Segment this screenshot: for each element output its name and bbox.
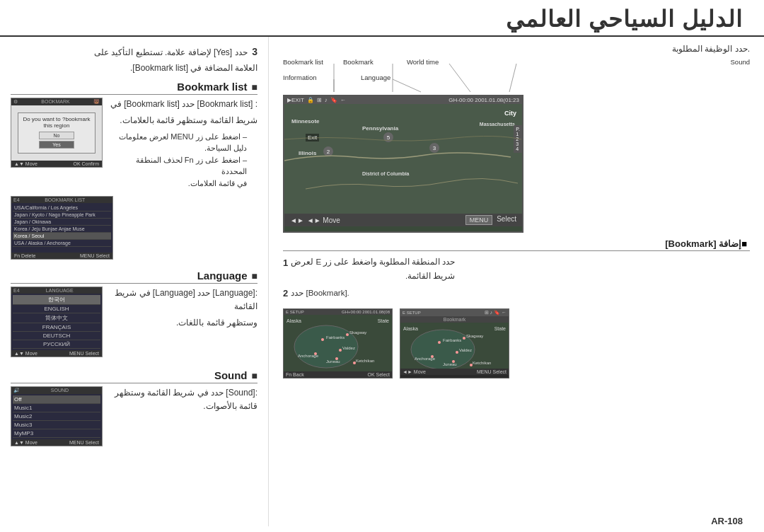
small-map1-toolbar: E SETUP GH+00:00 2001.01.08(08 [284, 309, 392, 315]
lang-list-items: 한국어 ENGLISH 简体中文 FRANÇAIS DEUTSCH РУССКИ… [13, 295, 100, 349]
svg-point-7 [321, 338, 324, 341]
sound-titlebar: 🔊 SOUND [11, 387, 102, 394]
lang-item-korean: 한국어 [13, 295, 100, 305]
bookmark-step1: حدد المنطقة المطلوبة واضغط على زر E لعرض… [283, 255, 750, 283]
small-map1-footer: Fn Back OK Select [284, 371, 392, 378]
small-map2-footer: ◄► Move MENU Select [400, 369, 509, 375]
map-icon: ⊞ [317, 97, 322, 103]
bm-item-1: USA/California / Los Angeles [13, 204, 111, 212]
music-icon: ♪ [325, 97, 328, 103]
nav-labels-container: Bookmark list Bookmark World time Sound … [283, 58, 750, 93]
bookmark-list-bullet: ■ [252, 81, 257, 93]
language-arabic: :[Language] حدد [Language] في شريط القائ… [108, 287, 257, 359]
bm-icon4: ← [502, 310, 507, 316]
sound-content: 🔊 SOUND Off Music1 Music2 Music3 MyMP3 [11, 386, 257, 449]
svg-point-9 [346, 333, 349, 336]
step3-text: 3 حدد [Yes] لإضافة علامة. تستطيع التأكيد… [11, 44, 257, 75]
alaska-map-svg-2: Fairbanks Skagway Valdez Anchorage Junea… [400, 323, 509, 369]
map-time: GH-00:00 2001.01.08(01:23 [448, 97, 519, 103]
dialog-no-btn[interactable]: No [39, 132, 74, 139]
small-map-1: E SETUP GH+00:00 2001.01.08(08 Alaska St… [283, 308, 393, 378]
bookmark-add-heading: إضافة [Bookmark] [665, 238, 741, 249]
dialog-box: Do you want to ?bookmark this region No … [18, 112, 96, 154]
lang-footer: ▲▼ Move MENU Select [11, 350, 102, 357]
bm-icon1: ⊞ [485, 310, 489, 316]
sound-header: Sound ■ [11, 369, 257, 383]
bookmark-dialog-screen: ⚙ BOOKMARK 🐻 Do you want to ?bookmark th… [11, 98, 103, 168]
sound-item-music3: Music3 [13, 421, 100, 429]
sound-item-off: Off [13, 395, 100, 404]
bookmark-list-header: Bookmark list ■ [11, 81, 257, 95]
bm-list-titlebar: E4 BOOKMARK LIST [11, 197, 112, 203]
sound-footer: ▲▼ Move MENU Select [11, 439, 102, 446]
svg-text:Skagway: Skagway [349, 330, 366, 335]
main-content: 3 حدد [Yes] لإضافة علامة. تستطيع التأكيد… [0, 37, 764, 526]
move-arrow-icon: ◄► [290, 216, 304, 224]
bookmark-add-title: إضافة [Bookmark] ■ [283, 238, 750, 251]
sound-body: Off Music1 Music2 Music3 MyMP3 [11, 394, 102, 439]
bookmark-add-bullet: ■ [741, 238, 747, 249]
arrow-icon: ← [340, 97, 346, 103]
svg-line-3 [509, 64, 516, 92]
bookmark-dialog-col: ⚙ BOOKMARK 🐻 Do you want to ?bookmark th… [11, 98, 103, 189]
bm-icon2: ♪ [490, 310, 493, 316]
bm-list-body: USA/California / Los Angeles Japan / Kyo… [11, 203, 112, 253]
nav-labels: Bookmark list Bookmark World time Sound … [283, 58, 750, 93]
bm-item-3: Japan / Okinawa [13, 219, 111, 226]
bm-item-5: Korea / Seoul [13, 233, 111, 240]
left-column: 3 حدد [Yes] لإضافة علامة. تستطيع التأكيد… [0, 37, 269, 526]
step2-number: 2 [283, 286, 288, 301]
bm-item-4: Korea / Jeju Bunjae Anjae Muse [13, 226, 111, 233]
language-title: Language [197, 270, 248, 282]
svg-text:Valdez: Valdez [459, 348, 472, 352]
bookmark-icon: 🔖 [330, 97, 337, 103]
svg-point-11 [339, 349, 342, 352]
sound-screen: 🔊 SOUND Off Music1 Music2 Music3 MyMP3 [11, 386, 103, 446]
sound-item-music2: Music2 [13, 412, 100, 421]
bookmark-list-content: ⚙ BOOKMARK 🐻 Do you want to ?bookmark th… [11, 98, 257, 189]
svg-text:Valdez: Valdez [342, 346, 355, 350]
sound-item-mymp3: MyMP3 [13, 429, 100, 438]
bookmark-dialog-footer: ▲▼ Move OK Confirm [11, 161, 102, 167]
bm-icon3: 🔖 [494, 310, 500, 316]
svg-text:Anchorage: Anchorage [298, 354, 319, 358]
svg-text:Fairbanks: Fairbanks [326, 335, 345, 340]
bookmark-list-title: Bookmark list [177, 81, 247, 93]
page-title: الدليل السياحي العالمي [506, 6, 743, 33]
svg-text:Ketchikan: Ketchikan [473, 361, 491, 365]
bookmark-dialog-titlebar: ⚙ BOOKMARK 🐻 [11, 98, 102, 105]
bookmark-addition-section: إضافة [Bookmark] ■ حدد المنطقة المطلوبة … [283, 238, 750, 301]
sound-bullet: ■ [252, 370, 257, 381]
lang-item-french: FRANÇAIS [13, 323, 100, 332]
svg-point-20 [438, 341, 441, 344]
map-body: City Minnesote Pennsylvania Massachusett… [284, 104, 522, 214]
right-column: .حدد الوظيفة المطلوبة Bookmark list Book… [269, 37, 764, 526]
lang-body: 한국어 ENGLISH 简体中文 FRANÇAIS DEUTSCH РУССКИ… [11, 294, 102, 350]
sound-title: Sound [214, 369, 248, 381]
bookmark-list-section: Bookmark list ■ ⚙ BOOKMARK 🐻 Do you [11, 81, 257, 260]
bookmark-list-screen: E4 BOOKMARK LIST USA/California / Los An… [11, 196, 113, 260]
svg-line-2 [449, 64, 470, 92]
language-section: Language ■ E4 LANGUAGE 한국어 ENGLISH 简体中文 [11, 270, 257, 359]
lang-item-english: ENGLISH [13, 305, 100, 313]
menu-button[interactable]: MENU [465, 215, 493, 225]
lang-item-german: DEUTSCH [13, 332, 100, 340]
bm-item-2: Japan / Kyoto / Nago Pineapple Park [13, 212, 111, 219]
svg-text:Juneau: Juneau [326, 359, 340, 364]
small-map2-toolbar: E SETUP ⊞ ♪ 🔖 ← [400, 309, 509, 316]
small-map2-body: Alaska State Fairbanks Skagway Valdez An… [400, 323, 509, 369]
sound-arabic: :[Sound] حدد في شريط القائمة وستظهر قائم… [108, 386, 257, 449]
language-content: E4 LANGUAGE 한국어 ENGLISH 简体中文 FRANÇAIS DE… [11, 287, 257, 359]
bookmark-dialog-body: Do you want to ?bookmark this region No … [11, 105, 102, 161]
svg-text:Anchorage: Anchorage [415, 357, 436, 361]
step3-number: 3 [252, 46, 257, 57]
exit-icon: ▶EXIT [287, 97, 304, 103]
large-map-screen: ▶EXIT 🔒 ⊞ ♪ 🔖 ← GH-00:00 2001.01.08(01:2… [283, 95, 523, 233]
svg-text:Ketchikan: Ketchikan [356, 359, 374, 363]
dialog-yes-btn[interactable]: Yes [39, 141, 74, 149]
map-roads [284, 104, 522, 214]
svg-text:Skagway: Skagway [466, 334, 483, 338]
label-connectors [283, 58, 750, 93]
small-map-2: E SETUP ⊞ ♪ 🔖 ← Bookmark Alaska State [400, 308, 509, 378]
sound-list-items: Off Music1 Music2 Music3 MyMP3 [13, 395, 100, 438]
